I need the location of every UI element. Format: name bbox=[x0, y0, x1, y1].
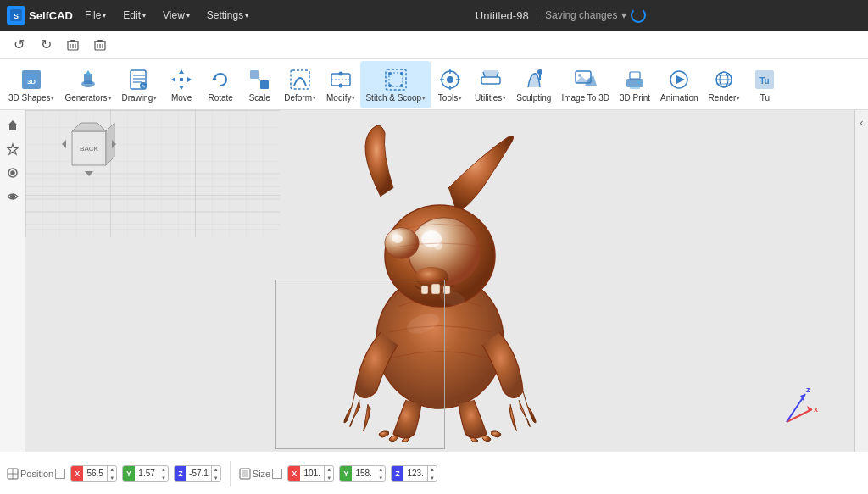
size-checkbox[interactable] bbox=[272, 469, 282, 479]
menu-settings[interactable]: Settings ▾ bbox=[202, 6, 253, 25]
sx-steppers[interactable]: ▲ ▼ bbox=[324, 465, 333, 482]
z-increment[interactable]: ▲ bbox=[212, 465, 220, 474]
tool-image-to-3d[interactable]: Image To 3D bbox=[556, 61, 615, 108]
x-steppers[interactable]: ▲ ▼ bbox=[107, 465, 116, 482]
undo-button[interactable]: ↺ bbox=[7, 34, 31, 56]
toolbar: 3D 3D Shapes▾ Generators▾ bbox=[0, 59, 868, 110]
menu-edit[interactable]: Edit ▾ bbox=[118, 6, 151, 25]
svg-point-39 bbox=[339, 84, 343, 88]
svg-point-65 bbox=[637, 80, 641, 84]
right-panel-toggle[interactable]: ‹ bbox=[859, 115, 865, 130]
svg-rect-119 bbox=[242, 470, 248, 477]
svg-marker-29 bbox=[187, 77, 192, 82]
x-increment[interactable]: ▲ bbox=[108, 465, 116, 474]
title-area: Untitled-98 | Saving changes ▾ bbox=[260, 8, 861, 23]
right-sidebar: ‹ bbox=[854, 110, 868, 452]
svg-point-59 bbox=[578, 74, 581, 77]
image-to-3d-label: Image To 3D bbox=[561, 93, 609, 103]
tool-tools[interactable]: Tools▾ bbox=[431, 61, 470, 108]
sz-value[interactable]: 123. bbox=[403, 469, 427, 478]
delete-button-1[interactable] bbox=[61, 34, 85, 56]
x-decrement[interactable]: ▼ bbox=[108, 474, 116, 482]
eye-icon[interactable] bbox=[3, 186, 23, 207]
saving-status[interactable]: Saving changes ▾ bbox=[545, 8, 646, 23]
svg-marker-28 bbox=[171, 77, 175, 82]
menu-view[interactable]: View ▾ bbox=[158, 6, 195, 25]
tool-render[interactable]: Render▾ bbox=[704, 61, 746, 108]
x-position-value[interactable]: 56.5 bbox=[83, 469, 107, 478]
sx-decrement[interactable]: ▼ bbox=[325, 474, 333, 482]
sy-increment[interactable]: ▲ bbox=[376, 465, 385, 474]
position-checkbox[interactable] bbox=[55, 469, 65, 479]
z-steppers[interactable]: ▲ ▼ bbox=[211, 465, 220, 482]
tool-tu[interactable]: Tu Tu bbox=[745, 61, 784, 108]
y-steppers[interactable]: ▲ ▼ bbox=[159, 465, 168, 482]
svg-point-101 bbox=[385, 228, 419, 258]
svg-marker-67 bbox=[676, 75, 685, 84]
home-icon[interactable] bbox=[3, 115, 23, 136]
sy-input[interactable]: Y 158. ▲ ▼ bbox=[339, 465, 386, 482]
sx-increment[interactable]: ▲ bbox=[325, 465, 333, 474]
sy-decrement[interactable]: ▼ bbox=[376, 474, 385, 482]
tool-3d-print[interactable]: 3D Print bbox=[615, 61, 655, 108]
sx-input[interactable]: X 101. ▲ ▼ bbox=[287, 465, 334, 482]
svg-text:3D: 3D bbox=[27, 78, 36, 86]
tool-generators[interactable]: Generators▾ bbox=[59, 61, 116, 108]
tool-sculpting[interactable]: Sculpting bbox=[511, 61, 556, 108]
sz-input[interactable]: Z 123. ▲ ▼ bbox=[391, 465, 437, 482]
separator: | bbox=[536, 9, 538, 22]
x-position-input[interactable]: X 56.5 ▲ ▼ bbox=[70, 465, 117, 482]
modify-icon bbox=[327, 66, 354, 93]
y-increment[interactable]: ▲ bbox=[159, 465, 168, 474]
svg-marker-19 bbox=[85, 70, 92, 75]
tool-3d-shapes[interactable]: 3D 3D Shapes▾ bbox=[3, 61, 59, 108]
tu-label: Tu bbox=[760, 93, 770, 103]
sy-steppers[interactable]: ▲ ▼ bbox=[376, 465, 385, 482]
tool-move[interactable]: Move bbox=[162, 61, 201, 108]
tool-rotate[interactable]: Rotate bbox=[201, 61, 240, 108]
selection-bounding-box bbox=[275, 280, 445, 449]
top-menu-bar: S SelfCAD File ▾ Edit ▾ View ▾ Settings … bbox=[0, 0, 868, 31]
tool-stitch-scoop[interactable]: Stitch & Scoop▾ bbox=[360, 61, 431, 108]
redo-button[interactable]: ↻ bbox=[34, 34, 58, 56]
3d-viewport[interactable]: BACK bbox=[25, 110, 854, 452]
sz-increment[interactable]: ▲ bbox=[428, 465, 437, 474]
star-icon[interactable] bbox=[3, 139, 23, 159]
svg-marker-26 bbox=[179, 69, 184, 74]
y-position-input[interactable]: Y 1.57 ▲ ▼ bbox=[122, 465, 169, 482]
menu-file[interactable]: File ▾ bbox=[80, 6, 111, 25]
status-divider-1 bbox=[230, 461, 231, 486]
tool-animation[interactable]: Animation bbox=[655, 61, 703, 108]
z-label: Z bbox=[175, 465, 186, 482]
y-decrement[interactable]: ▼ bbox=[159, 474, 168, 482]
svg-marker-55 bbox=[483, 70, 498, 77]
tool-scale[interactable]: Scale bbox=[240, 61, 279, 108]
svg-marker-91 bbox=[85, 171, 93, 176]
move-label: Move bbox=[171, 93, 192, 103]
sz-steppers[interactable]: ▲ ▼ bbox=[427, 465, 437, 482]
circle-icon[interactable] bbox=[3, 163, 23, 183]
svg-point-43 bbox=[400, 72, 403, 75]
deform-label: Deform▾ bbox=[284, 93, 316, 103]
z-position-value[interactable]: -57.1 bbox=[186, 469, 211, 478]
position-label: Position bbox=[20, 469, 53, 479]
tool-deform[interactable]: Deform▾ bbox=[279, 61, 321, 108]
delete-button-2[interactable] bbox=[88, 34, 112, 56]
z-position-input[interactable]: Z -57.1 ▲ ▼ bbox=[174, 465, 221, 482]
deform-icon bbox=[287, 66, 314, 93]
logo-icon[interactable]: S bbox=[7, 6, 25, 25]
size-label: Size bbox=[253, 469, 270, 479]
sz-decrement[interactable]: ▼ bbox=[428, 474, 437, 482]
svg-rect-35 bbox=[291, 70, 309, 89]
svg-point-78 bbox=[11, 171, 14, 175]
sy-value[interactable]: 158. bbox=[352, 469, 376, 478]
navigation-cube[interactable]: BACK bbox=[59, 119, 119, 178]
modify-label: Modify▾ bbox=[326, 93, 355, 103]
tool-utilities[interactable]: Utilities▾ bbox=[470, 61, 511, 108]
image-to-3d-icon bbox=[572, 66, 599, 93]
tool-drawing[interactable]: ✎ Drawing▾ bbox=[117, 61, 163, 108]
sx-value[interactable]: 101. bbox=[300, 469, 324, 478]
z-decrement[interactable]: ▼ bbox=[212, 474, 220, 482]
y-position-value[interactable]: 1.57 bbox=[135, 469, 159, 478]
tool-modify[interactable]: Modify▾ bbox=[321, 61, 360, 108]
